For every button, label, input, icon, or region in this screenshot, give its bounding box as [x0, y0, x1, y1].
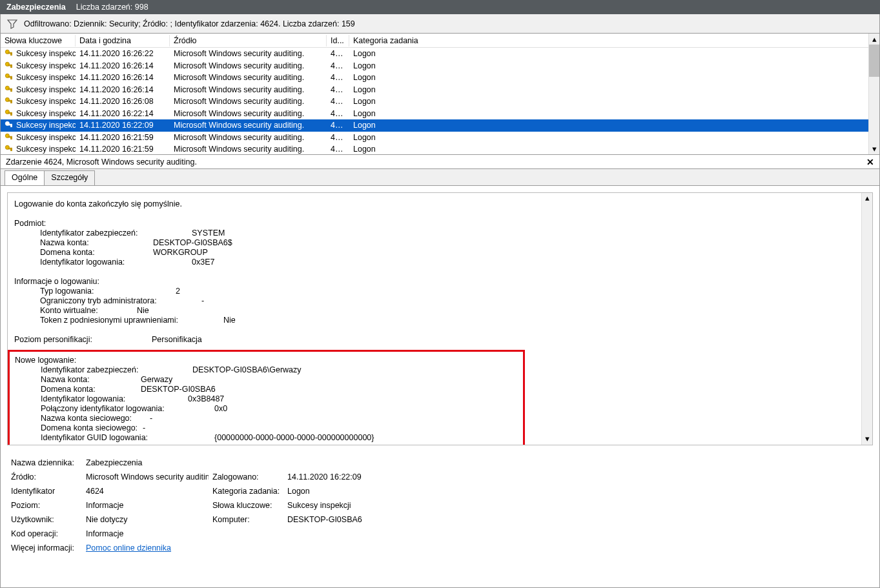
events-scrollbar[interactable]: ▴ ▾: [868, 34, 879, 154]
event-row[interactable]: Sukcesy inspekcji14.11.2020 16:26:22Micr…: [1, 48, 879, 60]
event-row[interactable]: Sukcesy inspekcji14.11.2020 16:26:14Micr…: [1, 84, 879, 96]
event-id: 4624: [327, 109, 349, 118]
newlogon-netdomain-value: -: [143, 423, 145, 433]
event-id: 4624: [327, 145, 349, 154]
event-row[interactable]: Sukcesy inspekcji14.11.2020 16:22:09Micr…: [1, 119, 879, 132]
event-keyword: Sukcesy inspekcji: [16, 133, 76, 142]
meta-opcode-label: Kod operacji:: [11, 529, 82, 538]
meta-category-label: Kategoria zadania:: [212, 487, 283, 496]
event-source: Microsoft Windows security auditing.: [170, 145, 327, 154]
scroll-down-icon[interactable]: ▾: [869, 143, 880, 154]
elevated-token-label: Token z podniesionymi uprawnieniami:: [40, 316, 223, 325]
newlogon-logonid-label: Identyfikator logowania:: [41, 394, 188, 404]
close-icon[interactable]: ✕: [866, 157, 874, 167]
event-keyword: Sukcesy inspekcji: [16, 49, 76, 58]
subject-domain-label: Domena konta:: [40, 248, 153, 258]
tab-details[interactable]: Szczegóły: [44, 170, 95, 185]
event-category: Logon: [349, 145, 879, 154]
key-icon: [5, 61, 14, 70]
event-source: Microsoft Windows security auditing.: [170, 133, 327, 142]
subject-logonid-label: Identyfikator logowania:: [40, 258, 192, 267]
event-source: Microsoft Windows security auditing.: [170, 97, 327, 106]
col-keyword-header[interactable]: Słowa kluczowe: [1, 35, 76, 46]
event-source: Microsoft Windows security auditing.: [170, 49, 327, 58]
meta-logged-value: 14.11.2020 16:22:09: [287, 472, 869, 482]
event-id: 4624: [327, 85, 349, 94]
scroll-up-icon[interactable]: ▴: [869, 34, 880, 45]
subject-name-value: DESKTOP-GI0SBA6$: [153, 238, 232, 248]
event-source: Microsoft Windows security auditing.: [170, 121, 327, 130]
event-source: Microsoft Windows security auditing.: [170, 109, 327, 118]
newlogon-netname-value: -: [150, 414, 152, 423]
event-category: Logon: [349, 121, 879, 130]
detail-header: Zdarzenie 4624, Microsoft Windows securi…: [0, 155, 880, 169]
event-id: 4624: [327, 73, 349, 82]
tab-general[interactable]: Ogólne: [5, 170, 45, 185]
event-row[interactable]: Sukcesy inspekcji14.11.2020 16:21:59Micr…: [1, 132, 879, 144]
events-count: Liczba zdarzeń: 998: [76, 3, 148, 12]
event-category: Logon: [349, 85, 879, 94]
scroll-up-icon[interactable]: ▴: [862, 193, 873, 204]
event-row[interactable]: Sukcesy inspekcji14.11.2020 16:26:14Micr…: [1, 60, 879, 72]
more-info-link[interactable]: Pomoc online dziennika: [86, 543, 171, 553]
event-row[interactable]: Sukcesy inspekcji14.11.2020 16:22:14Micr…: [1, 108, 879, 120]
event-keyword: Sukcesy inspekcji: [16, 97, 76, 106]
events-column-header[interactable]: Słowa kluczowe Data i godzina Źródło Id.…: [1, 34, 879, 48]
event-keyword: Sukcesy inspekcji: [16, 85, 76, 94]
meta-keywords-label: Słowa kluczowe:: [212, 501, 283, 510]
col-datetime-header[interactable]: Data i godzina: [76, 35, 170, 46]
meta-computer-value: DESKTOP-GI0SBA6: [287, 515, 869, 524]
newlogon-name-value: Gerwazy: [141, 375, 172, 385]
newlogon-logonid-value: 0x3B8487: [188, 394, 224, 404]
event-keyword: Sukcesy inspekcji: [16, 73, 76, 82]
event-row[interactable]: Sukcesy inspekcji14.11.2020 16:21:59Micr…: [1, 143, 879, 155]
elevated-token-value: Nie: [223, 316, 236, 325]
event-category: Logon: [349, 61, 879, 70]
event-properties: Nazwa dziennika: Zabezpieczenia Źródło: …: [11, 458, 869, 553]
logon-type-value: 2: [176, 287, 180, 296]
subject-domain-value: WORKGROUP: [153, 248, 208, 258]
event-datetime: 14.11.2020 16:22:09: [76, 121, 170, 130]
new-logon-highlight: Nowe logowanie: Identyfikator zabezpiecz…: [8, 350, 525, 445]
svg-rect-2: [11, 54, 12, 56]
subject-heading: Podmiot:: [14, 219, 866, 228]
general-scrollbar[interactable]: ▴ ▾: [861, 193, 872, 445]
title-bar: Zabezpieczenia Liczba zdarzeń: 998: [0, 0, 880, 14]
scroll-thumb[interactable]: [869, 45, 880, 77]
event-row[interactable]: Sukcesy inspekcji14.11.2020 16:26:14Micr…: [1, 72, 879, 84]
event-row[interactable]: Sukcesy inspekcji14.11.2020 16:26:08Micr…: [1, 96, 879, 108]
subject-sid-label: Identyfikator zabezpieczeń:: [40, 228, 192, 238]
meta-category-value: Logon: [287, 487, 869, 496]
general-text-area[interactable]: Logowanie do konta zakończyło się pomyśl…: [7, 192, 873, 445]
event-id: 4624: [327, 121, 349, 130]
meta-id-value: 4624: [86, 487, 209, 496]
col-category-header[interactable]: Kategoria zadania: [349, 35, 879, 46]
detail-tabs: Ogólne Szczegóły: [0, 169, 880, 186]
svg-rect-26: [11, 149, 12, 151]
meta-logname-value: Zabezpieczenia: [86, 458, 209, 467]
key-icon: [5, 85, 14, 94]
col-source-header[interactable]: Źródło: [170, 35, 327, 46]
meta-keywords-value: Sukcesy inspekcji: [287, 501, 869, 510]
newlogon-guid-label: Identyfikator GUID logowania:: [41, 433, 214, 443]
event-source: Microsoft Windows security auditing.: [170, 73, 327, 82]
subject-name-label: Nazwa konta:: [40, 238, 153, 248]
event-category: Logon: [349, 109, 879, 118]
virtual-account-label: Konto wirtualne:: [40, 306, 137, 316]
col-id-header[interactable]: Id...: [327, 35, 349, 46]
newlogon-netname-label: Nazwa konta sieciowego:: [41, 414, 150, 423]
meta-user-value: Nie dotyczy: [86, 515, 209, 524]
meta-source-label: Źródło:: [11, 472, 82, 482]
newlogon-guid-value: {00000000-0000-0000-0000-000000000000}: [214, 433, 374, 443]
event-source: Microsoft Windows security auditing.: [170, 85, 327, 94]
event-keyword: Sukcesy inspekcji: [16, 109, 76, 118]
filter-text: Odfiltrowano: Dziennik: Security; Źródło…: [24, 19, 355, 28]
event-datetime: 14.11.2020 16:21:59: [76, 145, 170, 154]
event-category: Logon: [349, 49, 879, 58]
scroll-down-icon[interactable]: ▾: [862, 434, 873, 445]
event-datetime: 14.11.2020 16:21:59: [76, 133, 170, 142]
event-datetime: 14.11.2020 16:26:14: [76, 61, 170, 70]
svg-rect-23: [11, 137, 12, 139]
events-list: Słowa kluczowe Data i godzina Źródło Id.…: [0, 34, 880, 155]
meta-opcode-value: Informacje: [86, 529, 209, 538]
